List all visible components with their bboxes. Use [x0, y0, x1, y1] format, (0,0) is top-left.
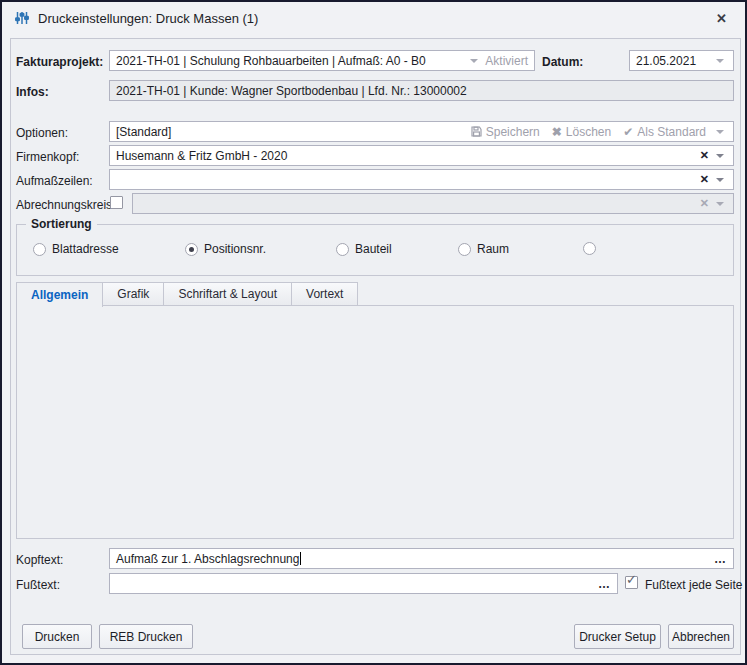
- title-bar: Druckeinstellungen: Druck Massen (1) ✕: [2, 2, 745, 34]
- radio-label: Bauteil: [355, 242, 392, 256]
- kopftext-label: Kopftext:: [16, 553, 63, 567]
- firmenkopf-combobox[interactable]: Husemann & Fritz GmbH - 2020 ✕: [109, 145, 734, 166]
- print-settings-dialog: Druckeinstellungen: Druck Massen (1) ✕ F…: [0, 0, 747, 665]
- fakturaprojekt-value: 2021-TH-01 | Schulung Rohbauarbeiten | A…: [116, 54, 426, 68]
- firmenkopf-value: Husemann & Fritz GmbH - 2020: [116, 149, 287, 163]
- radio-option-bauteil[interactable]: Bauteil: [336, 242, 392, 256]
- abrechnungskreis-label: Abrechnungskreis:: [16, 198, 115, 212]
- save-icon: [471, 126, 482, 137]
- datum-label: Datum:: [542, 55, 583, 69]
- tab-bar: AllgemeinGrafikSchriftart & LayoutVortex…: [16, 282, 358, 306]
- aufmasszeilen-label: Aufmaßzeilen:: [16, 174, 93, 188]
- abrechnungskreis-combobox: ✕: [132, 193, 734, 214]
- allgemein-tab-page: [16, 305, 734, 539]
- chevron-down-icon: [716, 202, 724, 206]
- infos-field: 2021-TH-01 | Kunde: Wagner Sportbodenbau…: [109, 80, 734, 101]
- fusstext-jede-seite-checkbox[interactable]: [625, 576, 638, 589]
- speichern-button[interactable]: Speichern: [486, 125, 540, 139]
- fakturaprojekt-combobox[interactable]: 2021-TH-01 | Schulung Rohbauarbeiten | A…: [109, 50, 535, 71]
- close-icon[interactable]: ✕: [710, 9, 733, 28]
- kopftext-ellipsis-button[interactable]: …: [714, 552, 727, 566]
- drucken-button[interactable]: Drucken: [22, 624, 92, 649]
- tab-schriftart-layout[interactable]: Schriftart & Layout: [164, 282, 292, 306]
- clear-x-icon[interactable]: ✕: [700, 173, 709, 186]
- fusstext-jede-seite-label: Fußtext jede Seite: [645, 578, 742, 592]
- radio-button[interactable]: [185, 243, 198, 256]
- loeschen-button[interactable]: Löschen: [566, 125, 611, 139]
- datum-picker[interactable]: 21.05.2021: [629, 50, 734, 71]
- abbrechen-button[interactable]: Abbrechen: [668, 624, 734, 649]
- kopftext-value: Aufmaß zur 1. Abschlagsrechnung: [116, 552, 299, 566]
- tab-allgemein[interactable]: Allgemein: [16, 282, 103, 307]
- optionen-combobox[interactable]: [Standard] Speichern ✖ Löschen ✔ Als Sta…: [109, 121, 734, 142]
- aufmasszeilen-combobox[interactable]: ✕: [109, 169, 734, 190]
- clear-x-icon: ✕: [700, 197, 709, 210]
- radio-label: Blattadresse: [52, 242, 119, 256]
- datum-value: 21.05.2021: [636, 54, 696, 68]
- chevron-down-icon[interactable]: [716, 59, 724, 63]
- radio-button[interactable]: [583, 242, 596, 255]
- optionen-value: [Standard]: [116, 125, 171, 139]
- infos-label: Infos:: [16, 85, 49, 99]
- chevron-down-icon[interactable]: [470, 59, 478, 63]
- tab-vortext[interactable]: Vortext: [292, 282, 358, 306]
- sortierung-groupbox: BlattadressePositionsnr.BauteilRaum: [16, 224, 734, 276]
- radio-option-blattadresse[interactable]: Blattadresse: [33, 242, 119, 256]
- fakturaprojekt-label: Fakturaprojekt:: [16, 55, 103, 69]
- drucker-setup-button[interactable]: Drucker Setup: [574, 624, 661, 649]
- delete-x-icon: ✖: [552, 125, 562, 139]
- radio-label: Raum: [477, 242, 509, 256]
- radio-button[interactable]: [336, 243, 349, 256]
- radio-option-raum[interactable]: Raum: [458, 242, 509, 256]
- sortierung-title: Sortierung: [26, 217, 97, 231]
- optionen-label: Optionen:: [16, 126, 68, 140]
- abrechnungskreis-checkbox[interactable]: [110, 196, 123, 209]
- radio-option-positionsnr[interactable]: Positionsnr.: [185, 242, 266, 256]
- chevron-down-icon[interactable]: [716, 130, 724, 134]
- reb-drucken-button[interactable]: REB Drucken: [99, 624, 193, 649]
- fusstext-label: Fußtext:: [16, 578, 60, 592]
- chevron-down-icon[interactable]: [716, 154, 724, 158]
- sliders-icon: [14, 10, 30, 26]
- radio-option-empty[interactable]: [583, 242, 596, 255]
- infos-value: 2021-TH-01 | Kunde: Wagner Sportbodenbau…: [116, 84, 467, 98]
- als-standard-button[interactable]: Als Standard: [637, 125, 706, 139]
- check-icon: ✔: [623, 125, 633, 139]
- text-caret: [300, 552, 301, 565]
- chevron-down-icon[interactable]: [716, 178, 724, 182]
- fusstext-ellipsis-button[interactable]: …: [598, 577, 611, 591]
- aktiviert-button: Aktiviert: [485, 54, 528, 68]
- radio-label: Positionsnr.: [204, 242, 266, 256]
- radio-button[interactable]: [33, 243, 46, 256]
- firmenkopf-label: Firmenkopf:: [16, 150, 79, 164]
- radio-button[interactable]: [458, 243, 471, 256]
- kopftext-input[interactable]: Aufmaß zur 1. Abschlagsrechnung …: [109, 548, 734, 569]
- clear-x-icon[interactable]: ✕: [700, 149, 709, 162]
- dialog-title: Druckeinstellungen: Druck Massen (1): [38, 11, 258, 26]
- fusstext-input[interactable]: …: [109, 573, 618, 594]
- tab-grafik[interactable]: Grafik: [103, 282, 164, 306]
